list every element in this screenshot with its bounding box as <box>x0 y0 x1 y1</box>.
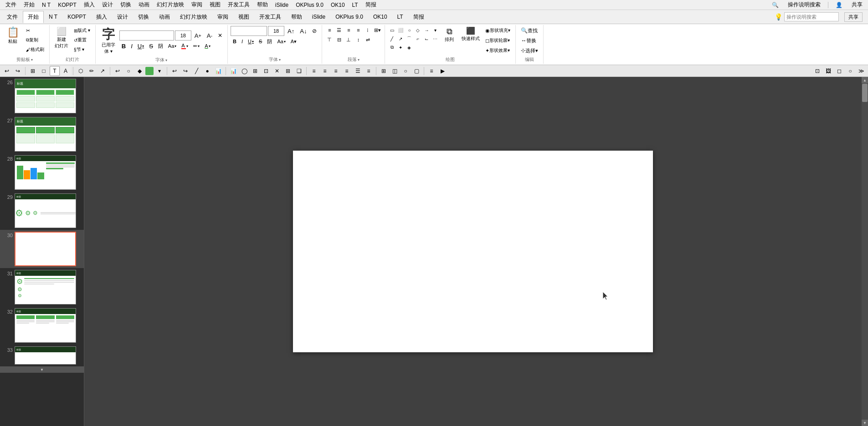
scroll-down-button[interactable]: ▼ <box>862 420 868 426</box>
replace-button[interactable]: ↔ 替换 <box>519 36 539 45</box>
tb2-eq-btn[interactable]: ≡ <box>309 66 319 76</box>
user-icon[interactable]: 👤 <box>832 1 846 9</box>
menu-home[interactable]: 开始 <box>20 0 38 10</box>
shadow-button[interactable]: 阴 <box>156 41 165 51</box>
shape-curve-btn[interactable]: ⌒ <box>405 35 413 43</box>
tb2-circle-btn[interactable]: ○ <box>123 66 134 76</box>
font-color-button[interactable]: A ▾ <box>179 41 190 51</box>
tb2-chart-btn[interactable]: 📊 <box>228 66 238 76</box>
tb2-split-btn[interactable]: ◫ <box>390 66 400 76</box>
tb2-forward-btn[interactable]: ↪ <box>180 66 190 76</box>
font2-underline-button[interactable]: U▾ <box>246 37 256 46</box>
align-right-button[interactable]: ≡ <box>344 26 353 34</box>
col-settings-button[interactable]: ⊞▾ <box>373 26 382 34</box>
tb2-border-btn[interactable]: ◻ <box>834 66 844 76</box>
shape-connector-btn[interactable]: ⌐ <box>414 35 422 43</box>
tb2-eq4-btn[interactable]: ≡ <box>342 66 352 76</box>
text-convert-button[interactable]: ⇌ <box>363 36 372 44</box>
shape-diamond-btn[interactable]: ◇ <box>414 26 422 34</box>
tb2-play-btn[interactable]: ▶ <box>437 66 447 76</box>
menu-view[interactable]: 视图 <box>206 0 224 10</box>
tb2-box-btn[interactable]: □ <box>39 66 49 76</box>
tb2-rotate-btn[interactable]: ↩ <box>113 66 123 76</box>
scroll-down-arrow[interactable]: ▼ <box>0 366 84 373</box>
shape-fill-button[interactable]: ◉ 形状填充▾ <box>483 26 513 35</box>
slide-thumb-29[interactable]: 标题 ⚙ ⚙ ⚙ <box>15 193 76 228</box>
slide-item-29[interactable]: 29 标题 ⚙ ⚙ ⚙ <box>0 192 84 230</box>
slide-item-28[interactable]: 28 标题 <box>0 153 84 192</box>
tb2-pencil-btn[interactable]: ✏ <box>87 66 97 76</box>
text-dir-button[interactable]: ↕ <box>354 36 363 44</box>
font2-shadow-button[interactable]: 阴 <box>265 37 274 46</box>
font-grow-button[interactable]: A+ <box>192 31 204 40</box>
slide-thumb-27[interactable]: 标题 <box>15 117 76 152</box>
paragraph-expand-icon[interactable]: ▾ <box>358 58 360 62</box>
tb2-table-btn[interactable]: ⊞ <box>250 66 260 76</box>
tab-slideshow[interactable]: 幻灯片放映 <box>175 11 212 23</box>
tb2-rect-btn[interactable]: ▢ <box>411 66 421 76</box>
canvas-area[interactable] <box>84 77 862 426</box>
tb2-textbox-btn[interactable]: A <box>61 66 71 76</box>
menu-koppt[interactable]: KOPPT <box>54 1 80 9</box>
tb2-align-btn[interactable]: ⬡ <box>76 66 86 76</box>
font2-grow-button[interactable]: A↑ <box>285 26 297 36</box>
shape-quick-btn[interactable]: ✦ <box>396 43 405 51</box>
tab-transitions[interactable]: 切换 <box>133 11 154 23</box>
slide-item-30[interactable]: 30 <box>0 230 84 268</box>
font2-spacing-button[interactable]: Aa▾ <box>275 37 288 46</box>
menu-help[interactable]: 帮助 <box>253 0 272 10</box>
tb2-more-btn[interactable]: ≫ <box>856 66 866 76</box>
tb2-bar-btn[interactable]: 📊 <box>213 66 223 76</box>
tab-insert[interactable]: 插入 <box>91 11 112 23</box>
shape-outline-button[interactable]: ◻ 形状轮廓▾ <box>483 36 513 45</box>
italic-button[interactable]: I <box>128 41 135 51</box>
shape-effect-button[interactable]: ✦ 形状效果▾ <box>483 46 513 55</box>
cols-button[interactable]: ⫶ <box>363 26 372 34</box>
shape-bend-btn[interactable]: ⌙ <box>422 35 431 43</box>
cut-button[interactable]: ✂ <box>24 26 46 35</box>
tb2-zoom-btn[interactable]: ≡ <box>426 66 437 76</box>
font-size-input[interactable] <box>175 30 191 41</box>
menu-okplus[interactable]: OKPlus 9.0 <box>292 1 327 9</box>
tab-help[interactable]: 帮助 <box>286 11 307 23</box>
shape-line-btn[interactable]: ╱ <box>388 35 396 43</box>
menu-search[interactable]: 操作说明搜索 <box>784 0 824 10</box>
tb2-crop-btn[interactable]: ⊡ <box>812 66 822 76</box>
shape-arrow2-btn[interactable]: ↗ <box>396 35 405 43</box>
shape-effect-btn[interactable]: ◈ <box>405 43 413 51</box>
font2-size-input[interactable] <box>268 26 284 36</box>
search-icon[interactable]: 🔍 <box>768 1 782 9</box>
tab-nt[interactable]: N T <box>44 11 62 22</box>
search-input[interactable] <box>784 12 839 21</box>
copy-button[interactable]: ⧉ 复制 <box>24 36 46 45</box>
font2-color-button[interactable]: A▾ <box>288 37 299 46</box>
font-expand-icon[interactable]: ▾ <box>165 58 167 62</box>
slide-thumb-26[interactable]: 标题 <box>15 79 76 113</box>
tb2-dot-btn[interactable]: ● <box>202 66 212 76</box>
highlight-button[interactable]: ✏▾ <box>191 41 202 51</box>
reset-button[interactable]: ↺ 重置 <box>72 36 92 45</box>
font2-expand-icon[interactable]: ▾ <box>279 58 281 62</box>
tab-file[interactable]: 文件 <box>2 11 23 23</box>
tb2-dropdown-btn[interactable]: ▾ <box>154 66 164 76</box>
tb2-slash-btn[interactable]: ╱ <box>191 66 201 76</box>
shape-arrow-btn[interactable]: → <box>422 26 431 34</box>
font-shrink-button[interactable]: A- <box>205 31 215 40</box>
menu-nt[interactable]: N T <box>38 1 54 9</box>
select-button[interactable]: ⊹ 选择▾ <box>519 46 540 55</box>
layout-button[interactable]: ⊞ 版式 ▾ <box>72 26 92 35</box>
tb2-smart-btn[interactable]: ⊡ <box>261 66 271 76</box>
share-button[interactable]: 共享 <box>844 12 863 22</box>
font2-strike-button[interactable]: S <box>257 37 264 46</box>
section-button[interactable]: § 节 ▾ <box>72 45 92 54</box>
valign-top-button[interactable]: ⊤ <box>325 36 334 44</box>
menu-devtools[interactable]: 开发工具 <box>224 0 253 10</box>
spacing-button[interactable]: Aa▾ <box>166 41 179 51</box>
valign-bot-button[interactable]: ⊥ <box>344 36 353 44</box>
menu-islide[interactable]: iSlide <box>272 1 292 9</box>
slide-item-31[interactable]: 31 标题 ⚙ ⚙ ⚙ <box>0 268 84 306</box>
slide-item-32[interactable]: 32 标题 <box>0 306 84 345</box>
tab-koppt[interactable]: KOPPT <box>62 11 91 22</box>
tab-home[interactable]: 开始 <box>23 11 44 23</box>
shape-arrange-btn[interactable]: ⧉ <box>388 43 396 51</box>
